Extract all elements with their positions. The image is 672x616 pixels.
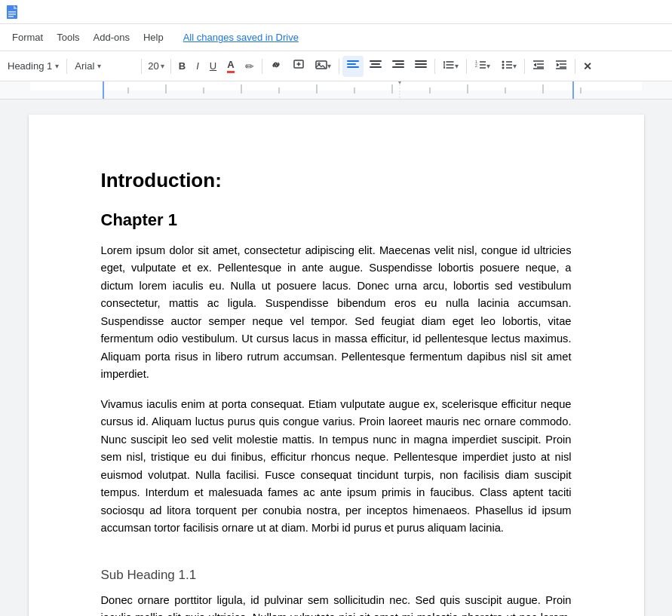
image-chevron-icon: ▾ [327,62,331,70]
separator-6 [434,59,435,74]
separator-1 [66,59,67,74]
separator-5 [339,59,339,74]
docs-icon [3,3,21,21]
svg-rect-3 [8,14,16,15]
align-left-icon [347,60,359,72]
link-button[interactable] [265,56,287,77]
numbered-list-button[interactable]: 1.2. ▾ [470,56,495,77]
italic-button[interactable]: I [192,56,204,77]
insert-image-icon [315,59,327,73]
svg-rect-2 [8,11,16,13]
underline-button[interactable]: U [205,56,221,77]
align-center-icon [370,60,382,72]
separator-9 [575,59,575,74]
font-size-value: 20 [148,60,158,72]
highlight-button[interactable]: ✏ [241,56,259,77]
separator-3 [170,59,171,74]
decrease-indent-icon [532,59,545,73]
svg-rect-11 [347,63,356,65]
insert-comment-button[interactable] [288,56,309,77]
ruler [0,81,672,100]
svg-text:2.: 2. [475,63,478,68]
saved-status[interactable]: All changes saved in Drive [177,29,305,46]
align-left-button[interactable] [342,56,364,77]
bold-button[interactable]: B [174,56,190,77]
bullet-list-chevron-icon: ▾ [513,62,517,70]
menu-format[interactable]: Format [6,29,49,46]
separator-7 [466,59,467,74]
menu-bar: Format Tools Add-ons Help All changes sa… [0,24,672,51]
svg-rect-14 [371,63,380,65]
app-bar [0,0,672,24]
separator-2 [141,59,142,74]
increase-indent-button[interactable] [551,56,572,77]
line-spacing-button[interactable]: ▾ [438,56,463,77]
numbered-list-chevron-icon: ▾ [486,62,490,70]
svg-rect-15 [370,66,382,68]
justify-icon [415,60,427,72]
insert-comment-icon [293,59,305,73]
subheading-1-1: Sub Heading 1.1 [101,568,572,583]
paragraph-3: Donec ornare porttitor ligula, id pulvin… [101,592,572,617]
align-right-icon [392,60,404,72]
align-right-button[interactable] [388,56,409,77]
paragraph-2: Vivamus iaculis enim at porta consequat.… [101,396,572,538]
text-color-button[interactable]: A [222,56,238,77]
bullet-list-icon [501,59,513,73]
svg-rect-19 [415,60,427,62]
page: Introduction: Chapter 1 Lorem ipsum dolo… [29,115,644,616]
svg-point-33 [502,67,504,69]
decrease-indent-button[interactable] [528,56,549,77]
highlight-icon: ✏ [245,60,254,72]
numbered-list-icon: 1.2. [474,59,486,73]
svg-rect-18 [392,66,404,68]
toolbar: Heading 1 ▾ Arial ▾ 20 ▾ B I U A ✏ [0,51,672,81]
link-icon [270,59,282,73]
menu-addons[interactable]: Add-ons [87,29,136,46]
svg-point-31 [502,61,504,63]
font-size-chevron-icon: ▾ [161,62,164,70]
font-size-dropdown[interactable]: 20 ▾ [145,56,167,77]
introduction-heading: Introduction: [101,169,572,192]
paragraph-3-underline: quis [185,611,205,616]
insert-image-button[interactable]: ▾ [311,56,336,77]
increase-indent-icon [555,59,567,73]
separator-8 [524,59,525,74]
font-chevron-icon: ▾ [97,62,101,70]
svg-rect-12 [347,66,359,68]
svg-rect-21 [415,66,427,68]
line-spacing-icon [443,59,455,73]
ruler-track [30,81,642,99]
bullet-list-button[interactable]: ▾ [496,56,521,77]
ruler-svg [30,81,642,100]
menu-help[interactable]: Help [137,29,170,46]
text-color-label: A [227,59,234,73]
svg-rect-4 [8,16,14,17]
svg-rect-13 [370,60,382,62]
clear-format-button[interactable]: ✕ [578,56,597,77]
style-chevron-icon: ▾ [55,62,59,70]
line-spacing-chevron-icon: ▾ [455,62,459,70]
svg-rect-46 [30,81,642,90]
svg-point-32 [502,64,504,66]
justify-button[interactable] [410,56,431,77]
style-dropdown[interactable]: Heading 1 ▾ [3,56,63,77]
svg-point-9 [318,63,319,64]
align-center-button[interactable] [365,56,386,77]
svg-rect-10 [347,60,359,62]
doc-area: Introduction: Chapter 1 Lorem ipsum dolo… [0,100,672,616]
svg-rect-20 [415,63,427,65]
chapter1-heading: Chapter 1 [101,210,572,230]
font-dropdown[interactable]: Arial ▾ [70,56,138,77]
paragraph-1: Lorem ipsum dolor sit amet, consectetur … [101,242,572,384]
svg-rect-17 [395,63,404,65]
style-label: Heading 1 [8,60,52,72]
menu-tools[interactable]: Tools [51,29,85,46]
svg-rect-16 [392,60,404,62]
font-label: Arial [75,60,94,72]
clear-format-icon: ✕ [583,60,592,72]
separator-4 [262,59,262,74]
spacer [101,550,572,568]
